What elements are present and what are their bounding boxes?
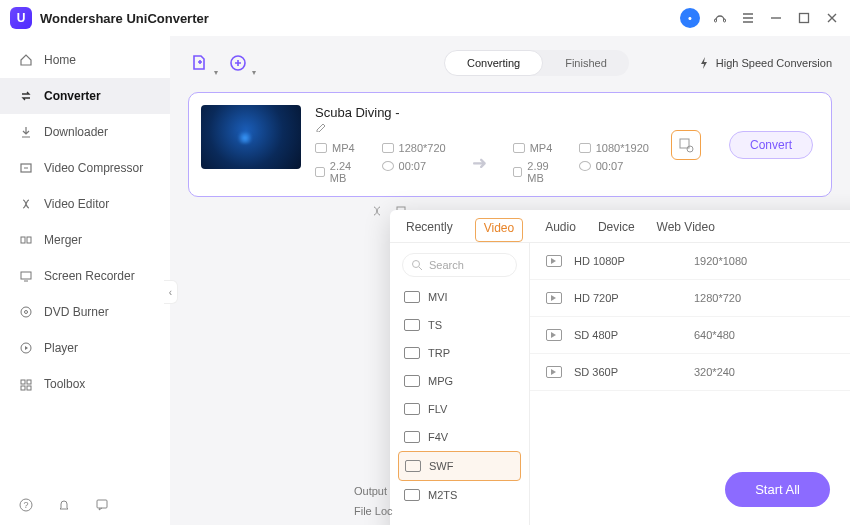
sidebar-item-label: Converter — [44, 89, 101, 103]
preset-item[interactable]: SD 480P640*480 — [530, 317, 850, 354]
format-item[interactable]: MPG — [398, 367, 521, 395]
format-file-icon — [405, 460, 421, 472]
svg-rect-10 — [21, 380, 25, 384]
format-item-selected[interactable]: SWF — [398, 451, 521, 481]
sidebar-item-dvd[interactable]: DVD Burner — [0, 294, 170, 330]
add-url-button[interactable]: ▾ — [226, 51, 250, 75]
rename-icon[interactable] — [315, 120, 649, 132]
start-all-button[interactable]: Start All — [725, 472, 830, 507]
sidebar-item-downloader[interactable]: Downloader — [0, 114, 170, 150]
folder-icon — [513, 167, 523, 177]
sidebar-item-home[interactable]: Home — [0, 42, 170, 78]
target-info: MP4 2.99 MB 1080*1920 00:07 — [513, 142, 649, 184]
format-list[interactable]: Search MVI TS TRP MPG FLV F4V SWF M2TS — [390, 243, 530, 525]
notifications-icon[interactable] — [56, 497, 72, 513]
convert-button[interactable]: Convert — [729, 131, 813, 159]
sidebar-item-label: Video Compressor — [44, 161, 143, 175]
tab-webvideo[interactable]: Web Video — [657, 220, 715, 242]
format-icon — [315, 143, 327, 153]
sidebar-item-label: Downloader — [44, 125, 108, 139]
sidebar-item-label: DVD Burner — [44, 305, 109, 319]
resolution-icon — [579, 143, 591, 153]
downloader-icon — [18, 124, 34, 140]
file-card: Scuba Diving - MP4 2.24 MB 1280*720 00:0… — [188, 92, 832, 197]
sidebar-item-label: Home — [44, 53, 76, 67]
sidebar-item-converter[interactable]: Converter — [0, 78, 170, 114]
svg-rect-16 — [97, 500, 107, 508]
sidebar-item-label: Player — [44, 341, 78, 355]
svg-rect-1 — [724, 19, 726, 22]
high-speed-label: High Speed Conversion — [716, 57, 832, 69]
sidebar-item-label: Video Editor — [44, 197, 109, 211]
clock-icon — [382, 161, 394, 171]
home-icon — [18, 52, 34, 68]
feedback-icon[interactable] — [94, 497, 110, 513]
tab-audio[interactable]: Audio — [545, 220, 576, 242]
format-item[interactable]: TRP — [398, 339, 521, 367]
help-icon[interactable]: ? — [18, 497, 34, 513]
app-logo: U — [10, 7, 32, 29]
titlebar: U Wondershare UniConverter • — [0, 0, 850, 36]
format-search[interactable]: Search — [402, 253, 517, 277]
high-speed-toggle[interactable]: High Speed Conversion — [698, 56, 832, 70]
svg-rect-2 — [800, 14, 809, 23]
video-icon — [546, 255, 562, 267]
svg-rect-4 — [21, 237, 25, 243]
svg-rect-5 — [27, 237, 31, 243]
compressor-icon — [18, 160, 34, 176]
recorder-icon — [18, 268, 34, 284]
format-item[interactable]: MVI — [398, 283, 521, 311]
preset-item[interactable]: HD 720P1280*720 — [530, 280, 850, 317]
menu-icon[interactable] — [740, 10, 756, 26]
content-topbar: ▾ ▾ Converting Finished High Speed Conve… — [188, 50, 832, 76]
player-icon — [18, 340, 34, 356]
svg-rect-12 — [21, 386, 25, 390]
sidebar-item-merger[interactable]: Merger — [0, 222, 170, 258]
bolt-icon — [698, 56, 710, 70]
svg-text:?: ? — [23, 500, 28, 510]
segment-finished[interactable]: Finished — [543, 50, 629, 76]
sidebar: Home Converter Downloader Video Compress… — [0, 36, 170, 525]
status-segment: Converting Finished — [444, 50, 629, 76]
svg-point-7 — [21, 307, 31, 317]
source-info: MP4 2.24 MB 1280*720 00:07 — [315, 142, 446, 184]
sidebar-item-player[interactable]: Player — [0, 330, 170, 366]
user-avatar[interactable]: • — [680, 8, 700, 28]
svg-point-8 — [25, 311, 28, 314]
sidebar-item-compressor[interactable]: Video Compressor — [0, 150, 170, 186]
dvd-icon — [18, 304, 34, 320]
format-file-icon — [404, 319, 420, 331]
tab-video[interactable]: Video — [475, 218, 523, 242]
clock-icon — [579, 161, 591, 171]
segment-converting[interactable]: Converting — [444, 50, 543, 76]
svg-rect-11 — [27, 380, 31, 384]
format-item[interactable]: FLV — [398, 395, 521, 423]
video-icon — [546, 366, 562, 378]
minimize-icon[interactable] — [768, 10, 784, 26]
sidebar-item-recorder[interactable]: Screen Recorder — [0, 258, 170, 294]
tab-device[interactable]: Device — [598, 220, 635, 242]
format-item[interactable]: TS — [398, 311, 521, 339]
svg-rect-6 — [21, 272, 31, 279]
trim-icon[interactable] — [370, 204, 384, 218]
support-icon[interactable] — [712, 10, 728, 26]
sidebar-item-toolbox[interactable]: Toolbox — [0, 366, 170, 402]
tab-recently[interactable]: Recently — [406, 220, 453, 242]
format-item[interactable]: F4V — [398, 423, 521, 451]
sidebar-item-label: Screen Recorder — [44, 269, 135, 283]
file-name-row: Scuba Diving - — [315, 105, 649, 132]
sidebar-footer: ? — [0, 485, 170, 525]
close-icon[interactable] — [824, 10, 840, 26]
add-file-button[interactable]: ▾ — [188, 51, 212, 75]
arrow-icon: ➜ — [472, 152, 487, 174]
preset-item[interactable]: HD 1080P1920*1080 — [530, 243, 850, 280]
converter-icon — [18, 88, 34, 104]
sidebar-item-editor[interactable]: Video Editor — [0, 186, 170, 222]
video-thumbnail[interactable] — [201, 105, 301, 169]
maximize-icon[interactable] — [796, 10, 812, 26]
output-settings-button[interactable] — [671, 130, 701, 160]
toolbox-icon — [18, 376, 34, 392]
search-placeholder: Search — [429, 259, 464, 271]
sidebar-item-label: Toolbox — [44, 377, 85, 391]
preset-item[interactable]: SD 360P320*240 — [530, 354, 850, 391]
